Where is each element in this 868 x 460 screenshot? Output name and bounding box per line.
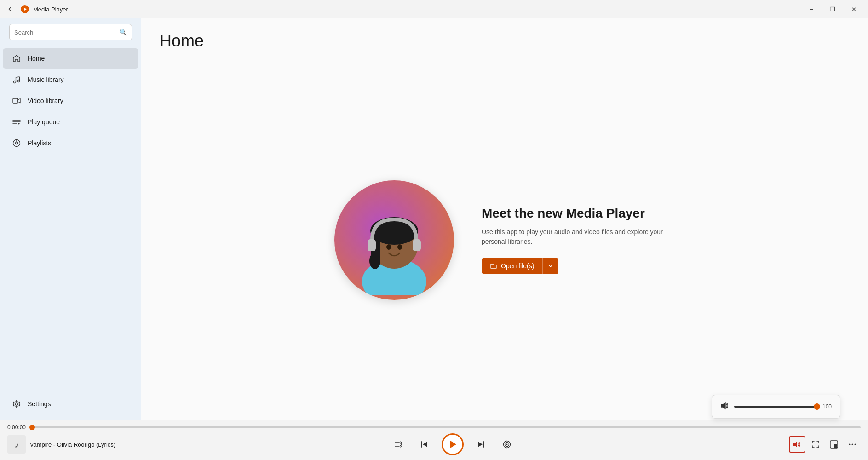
svg-point-38 [849,444,851,445]
search-icon: 🔍 [119,29,127,36]
sidebar-item-play-queue[interactable]: Play queue [3,112,138,132]
close-button[interactable]: ✕ [843,2,864,17]
svg-marker-28 [423,442,427,447]
cast-button[interactable] [499,436,515,453]
svg-rect-37 [834,444,837,448]
open-files-main[interactable]: Open file(s) [482,258,542,274]
svg-point-24 [386,244,391,250]
progress-thumb [29,425,35,430]
sidebar-item-music-library[interactable]: Music library [3,69,138,90]
svg-point-34 [506,444,507,445]
progress-area: 0:00:00 [0,420,868,431]
hero-text: Meet the new Media Player Use this app t… [482,206,675,274]
playlists-icon [12,138,21,148]
sidebar: 🔍 Home Music library [0,18,141,420]
search-input[interactable] [14,29,115,36]
previous-button[interactable] [416,436,432,453]
sidebar-item-video-library[interactable]: Video library [3,91,138,111]
page-title: Home [160,31,850,51]
svg-marker-31 [478,442,483,447]
player-right-controls [769,436,861,453]
now-playing-title: vampire - Olivia Rodrigo (Lyrics) [30,441,115,448]
sidebar-item-settings[interactable]: Settings [3,394,138,414]
hero-section: Meet the new Media Player Use this app t… [141,60,868,420]
hero-avatar [334,180,454,300]
home-icon [12,54,21,63]
track-thumbnail: ♪ [7,435,26,454]
volume-value: 100 [822,403,832,410]
svg-point-14 [16,142,18,144]
sidebar-item-home[interactable]: Home [3,48,138,69]
open-files-dropdown[interactable] [542,258,558,274]
player-controls-row: ♪ vampire - Olivia Rodrigo (Lyrics) [0,431,868,460]
svg-rect-22 [368,239,376,251]
play-pause-button[interactable] [442,433,464,455]
svg-marker-8 [18,99,20,103]
back-button[interactable] [4,3,17,16]
sidebar-label-music-library: Music library [28,76,64,83]
svg-marker-35 [793,441,797,448]
app-icon [20,5,29,14]
music-library-icon [12,75,21,84]
progress-track[interactable] [32,426,861,428]
sidebar-label-settings: Settings [28,400,51,408]
page-title-area: Home [141,18,868,60]
svg-rect-7 [13,98,18,103]
svg-marker-26 [721,402,725,409]
titlebar: Media Player − ❐ ✕ [0,0,868,18]
current-time: 0:00:00 [7,424,27,431]
volume-popup-icon [720,402,729,412]
svg-point-39 [852,444,853,445]
volume-button[interactable] [789,436,805,453]
sidebar-label-home: Home [28,55,45,62]
volume-fill [734,406,817,408]
sidebar-item-playlists[interactable]: Playlists [3,133,138,153]
svg-marker-12 [18,123,20,125]
miniplayer-button[interactable] [826,436,842,453]
svg-rect-23 [413,239,421,251]
settings-icon [12,399,21,408]
play-queue-icon [12,117,21,126]
sidebar-label-video-library: Video library [28,97,63,104]
window-controls: − ❐ ✕ [801,2,864,17]
svg-point-40 [855,444,856,445]
more-options-button[interactable] [844,436,861,453]
open-files-button[interactable]: Open file(s) [482,258,558,274]
search-container: 🔍 [4,20,138,44]
svg-point-2 [14,81,16,83]
search-input-wrap[interactable]: 🔍 [9,24,132,40]
main-layout: 🔍 Home Music library [0,18,868,420]
content-area: Home [141,18,868,420]
volume-slider-track[interactable] [734,406,817,408]
fullscreen-button[interactable] [807,436,824,453]
video-library-icon [12,96,21,105]
shuffle-button[interactable] [390,436,407,453]
now-playing: ♪ vampire - Olivia Rodrigo (Lyrics) [7,435,136,454]
volume-popup: 100 [712,395,840,419]
open-files-label: Open file(s) [501,262,534,270]
hero-description: Use this app to play your audio and vide… [482,227,675,247]
svg-point-3 [17,80,20,82]
app-title: Media Player [33,6,797,13]
sidebar-label-play-queue: Play queue [28,118,60,126]
svg-line-6 [16,77,20,77]
player-bar: 0:00:00 ♪ vampire - Olivia Rodrigo (Lyri… [0,420,868,460]
sidebar-label-playlists: Playlists [28,139,51,147]
svg-point-16 [15,402,18,405]
sidebar-bottom: Settings [0,393,141,420]
hero-heading: Meet the new Media Player [482,206,675,221]
svg-marker-29 [450,441,456,448]
svg-point-21 [369,253,380,269]
minimize-button[interactable]: − [801,2,822,17]
volume-thumb [814,403,820,410]
next-button[interactable] [473,436,489,453]
playback-controls [390,433,515,455]
svg-point-25 [397,244,402,250]
maximize-button[interactable]: ❐ [822,2,843,17]
